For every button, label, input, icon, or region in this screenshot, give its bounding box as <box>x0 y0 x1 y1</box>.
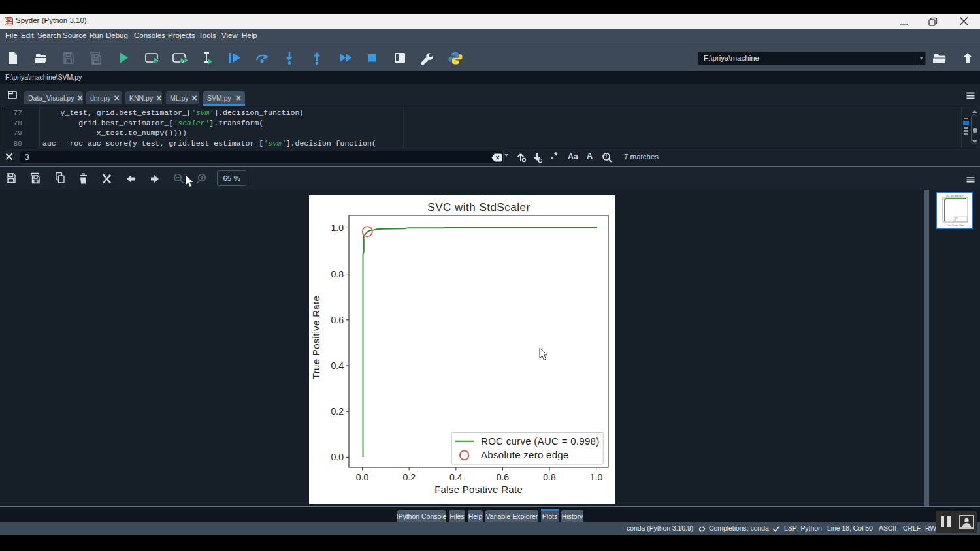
svg-text:True Positive Rate: True Positive Rate <box>310 296 321 379</box>
svg-text:0.0: 0.0 <box>331 452 344 462</box>
svg-text:0.4: 0.4 <box>449 472 463 482</box>
svg-text:0.2: 0.2 <box>331 406 344 417</box>
svg-text:0.8: 0.8 <box>331 269 344 279</box>
svg-text:0.0: 0.0 <box>356 472 369 482</box>
svg-text:Absolute zero edge: Absolute zero edge <box>481 449 569 460</box>
svg-text:0.8: 0.8 <box>543 472 556 482</box>
svg-text:0.4: 0.4 <box>331 360 344 371</box>
svg-text:1.0: 1.0 <box>331 223 344 233</box>
svg-text:False Positive Rate: False Positive Rate <box>434 484 523 495</box>
svg-text:0.6: 0.6 <box>331 315 344 325</box>
svg-text:SVC with StdScaler: SVC with StdScaler <box>427 201 530 213</box>
svg-text:False Positive Rate: False Positive Rate <box>947 224 964 227</box>
svg-text:SVC with StdScaler: SVC with StdScaler <box>946 195 963 197</box>
svg-text:ROC curve (AUC = 0.998): ROC curve (AUC = 0.998) <box>481 435 600 447</box>
svg-text:0.2: 0.2 <box>402 472 416 482</box>
svg-text:0.6: 0.6 <box>497 472 510 482</box>
svg-text:1.0: 1.0 <box>590 472 603 482</box>
